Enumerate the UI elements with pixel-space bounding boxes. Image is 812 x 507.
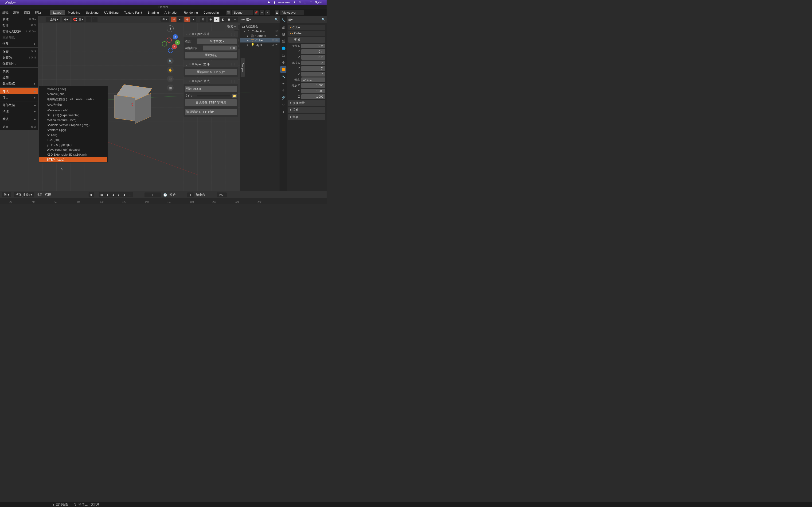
workspace-animation[interactable]: Animation bbox=[162, 10, 181, 15]
scene-name-field[interactable] bbox=[232, 10, 253, 15]
prop-tab-output-icon[interactable]: 🖨 bbox=[280, 24, 287, 31]
playback-dropdown[interactable]: 放 ▾ bbox=[2, 192, 11, 198]
file-menu-item[interactable]: 保存⌘ S bbox=[0, 48, 38, 54]
use-preview-range-icon[interactable]: 🕐 bbox=[163, 193, 167, 197]
end-frame-field[interactable]: 250 bbox=[217, 192, 227, 198]
file-menu-item[interactable]: 追加... bbox=[0, 74, 38, 80]
prop-search-icon[interactable]: 🔍 bbox=[321, 18, 325, 21]
import-menu-item[interactable]: 通用场景描述 (.usd , .usdc , .usda) bbox=[39, 97, 107, 102]
outliner-cube[interactable]: ▸▽Cube▽👁 bbox=[240, 38, 280, 43]
reload-step-button[interactable]: 重新加载 STEP 文件 bbox=[185, 69, 237, 75]
transform-panel-header[interactable]: ⌄变换 bbox=[288, 37, 325, 43]
xray-toggle-icon[interactable]: ⧉ bbox=[200, 17, 206, 22]
timeline-ruler[interactable]: 20406080100120140160180200220240 bbox=[0, 199, 326, 204]
menu-help[interactable]: 帮助 bbox=[33, 10, 43, 15]
prop-datablock[interactable]: ■▾Cube bbox=[288, 31, 325, 36]
rot-x-field[interactable]: 0° bbox=[301, 61, 325, 65]
prop-tab-data-icon[interactable]: ▽ bbox=[280, 101, 287, 108]
import-menu-item[interactable]: Wavefront (.obj) bbox=[39, 108, 107, 113]
record-icon[interactable]: ⏺ bbox=[267, 1, 270, 4]
import-menu-item[interactable]: STL (.stl) (experimental) bbox=[39, 113, 107, 118]
prop-tab-curve-icon[interactable]: ⚙ bbox=[280, 59, 287, 66]
jump-next-key-icon[interactable]: ◆ bbox=[121, 192, 127, 198]
gizmo-options-icon[interactable]: ▾ bbox=[177, 17, 183, 22]
options-dropdown[interactable]: 选项▾ bbox=[225, 24, 238, 30]
viewlayer-browse-icon[interactable]: 🖼 bbox=[275, 10, 280, 15]
search-icon[interactable]: ⌕ bbox=[305, 1, 306, 4]
prop-editor-icon[interactable]: ▤▾ bbox=[288, 18, 293, 21]
file-menu-item[interactable]: 恢复▸ bbox=[0, 41, 38, 47]
import-menu-item[interactable]: STEP (.step) bbox=[39, 157, 107, 162]
force-ascii-button[interactable]: 强制 ASCII bbox=[185, 86, 237, 92]
nav-gizmo[interactable]: Z Y X bbox=[161, 34, 180, 53]
text-input-icon[interactable]: A bbox=[294, 1, 296, 4]
mesh-detail-field[interactable]: 100 bbox=[203, 46, 237, 50]
prop-tab-collection-icon[interactable]: 🗀 bbox=[280, 52, 287, 59]
pivot-dropdown[interactable]: ⊙▾ bbox=[62, 17, 70, 21]
prop-tab-world-icon[interactable]: 🌐 bbox=[280, 45, 287, 52]
shading-options-icon[interactable]: ▾ bbox=[232, 17, 238, 22]
play-icon[interactable]: ▶ bbox=[116, 192, 121, 198]
orientation-dropdown[interactable]: ↕全局▾ bbox=[46, 17, 61, 22]
menu-render[interactable]: 渲染 bbox=[11, 10, 21, 15]
stepper-tab[interactable]: Stepper bbox=[241, 58, 245, 77]
menu-window[interactable]: 窗口 bbox=[21, 10, 33, 15]
snap-target-icon[interactable]: ⊞▾ bbox=[78, 17, 84, 22]
import-menu-item[interactable]: Scalable Vector Graphics (.svg) bbox=[39, 122, 107, 127]
ortho-toggle-icon[interactable]: ▦ bbox=[167, 84, 173, 91]
rot-y-field[interactable]: 0° bbox=[301, 66, 325, 71]
workspace-uv[interactable]: UV Editing bbox=[101, 10, 121, 15]
prop-tab-constraints-icon[interactable]: 🔗 bbox=[280, 94, 287, 101]
scene-browse-icon[interactable]: 🎬 bbox=[226, 10, 231, 15]
prop-tab-modifiers-icon[interactable]: 🔧 bbox=[280, 73, 287, 80]
file-menu-item[interactable]: 打开近期文件⇧ ⌘ O ▸ bbox=[0, 29, 38, 35]
prop-tab-scene-icon[interactable]: 🎬 bbox=[280, 38, 287, 45]
file-menu-item[interactable]: 外部数据▸ bbox=[0, 102, 38, 108]
proportional-toggle-icon[interactable]: ○ bbox=[86, 17, 91, 22]
scene-delete-icon[interactable]: ✕ bbox=[265, 10, 270, 15]
outliner-collection[interactable]: ▾🗀Collection☑ bbox=[240, 29, 280, 34]
outliner-editor-icon[interactable]: ≡▾ bbox=[241, 18, 245, 21]
camera-view-icon[interactable]: 🎥 bbox=[167, 75, 173, 82]
import-menu-item[interactable]: FBX (.fbx) bbox=[39, 137, 107, 142]
jump-end-icon[interactable]: ⏭ bbox=[127, 192, 133, 198]
rot-mode-dropdown[interactable]: XYZ ... bbox=[301, 77, 325, 82]
import-menu-item[interactable]: X3D Extensible 3D (.x3d/.wrl) bbox=[39, 152, 107, 157]
prop-tab-render-icon[interactable]: 🔧 bbox=[280, 17, 287, 23]
lang-dropdown[interactable]: 简体中文 ▾ bbox=[197, 39, 237, 44]
workspace-compositing[interactable]: Compositin bbox=[201, 10, 221, 15]
relations-panel-header[interactable]: ›关系 bbox=[288, 107, 325, 113]
file-menu-item[interactable]: 打开...⌘ O bbox=[0, 22, 38, 29]
file-menu-item[interactable]: 清理▸ bbox=[0, 108, 38, 114]
pan-icon[interactable]: ✋ bbox=[167, 67, 173, 73]
gizmo-toggle-icon[interactable]: ↗ bbox=[171, 17, 176, 22]
shading-rendered-icon[interactable]: ◉ bbox=[226, 17, 232, 22]
outliner-light[interactable]: ▸💡Light⊙👁 bbox=[240, 43, 280, 47]
control-center-icon[interactable]: ☰ bbox=[309, 1, 312, 4]
file-menu-item[interactable]: 重新加载 bbox=[0, 35, 38, 41]
bag-icon[interactable]: ▮ bbox=[273, 1, 275, 4]
prop-tab-physics-icon[interactable]: ⚛ bbox=[280, 87, 287, 94]
import-menu-item[interactable]: Stl (.stl) bbox=[39, 132, 107, 137]
workspace-rendering[interactable]: Rendering bbox=[181, 10, 201, 15]
snap-toggle-icon[interactable]: 🧲 bbox=[72, 17, 78, 22]
prop-tab-object-icon[interactable]: 🟧 bbox=[280, 66, 287, 73]
proportional-falloff-icon[interactable]: ⌒ bbox=[92, 17, 98, 22]
import-menu-item[interactable]: Collada (.dae) bbox=[39, 87, 107, 92]
prop-tab-particles-icon[interactable]: ✦ bbox=[280, 80, 287, 87]
shading-solid-icon[interactable]: ● bbox=[214, 17, 219, 22]
loc-z-field[interactable]: 0 m bbox=[301, 55, 325, 60]
scale-y-field[interactable]: 1.000 bbox=[301, 89, 325, 94]
stepper-build-header[interactable]: ⌄STEPper: 构建⋮⋮ bbox=[184, 31, 238, 37]
shading-wireframe-icon[interactable]: ⊕ bbox=[208, 17, 213, 22]
rebuild-button[interactable]: 重建所选 bbox=[185, 52, 237, 58]
import-menu-item[interactable]: SVG为蜡笔 bbox=[39, 102, 107, 108]
stepper-file-header[interactable]: ⌄STEPper: 文件⋮⋮ bbox=[184, 61, 238, 67]
outliner-camera[interactable]: ▸🎥Camera👁 bbox=[240, 34, 280, 38]
outliner-search-icon[interactable]: 🔍 bbox=[274, 18, 278, 21]
outliner-display-icon[interactable]: 🖼▾ bbox=[246, 18, 251, 21]
autokey-toggle-icon[interactable]: ⏺ bbox=[89, 192, 94, 198]
select-active-button[interactable]: 选择活动 STEP 对象 bbox=[185, 109, 237, 115]
scene-new-icon[interactable]: ⧉ bbox=[260, 10, 264, 15]
loc-x-field[interactable]: 0 m bbox=[301, 44, 325, 48]
